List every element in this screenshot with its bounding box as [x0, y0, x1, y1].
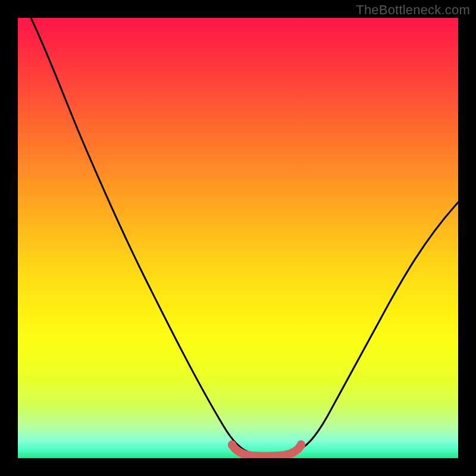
curve-path — [31, 18, 458, 455]
vertex-marker — [232, 445, 301, 456]
bottleneck-curve — [18, 18, 458, 458]
chart-frame: TheBottleneck.com — [0, 0, 476, 476]
vertex-right-dot — [297, 440, 305, 449]
watermark-text: TheBottleneck.com — [356, 2, 470, 18]
plot-area — [18, 18, 458, 458]
vertex-left-dot — [228, 440, 236, 449]
